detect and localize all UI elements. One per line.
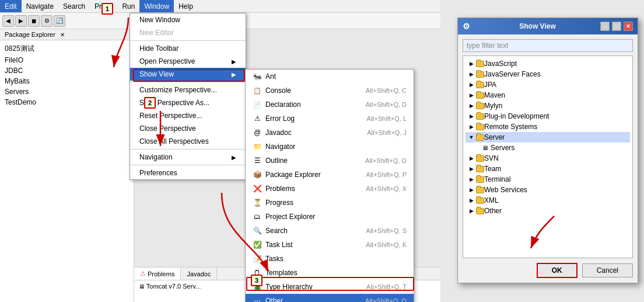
menu-run[interactable]: Run [117,0,139,12]
tree-item-maven[interactable]: ▶ Maven [466,90,630,100]
folder-icon-svn [476,155,484,162]
package-item-1[interactable]: FileIO [2,55,131,65]
submenu-navigator[interactable]: 📁 Navigator [246,140,414,154]
submenu-package-explorer[interactable]: 📦 Package Explorer Alt+Shift+Q, P [246,168,414,182]
folder-icon-jpa [476,82,484,88]
menu-search[interactable]: Search [58,0,90,12]
tree-item-terminal[interactable]: ▶ Terminal [466,174,630,185]
menu-preferences[interactable]: Preferences [130,166,246,179]
tree-item-jsf[interactable]: ▶ JavaServer Faces [466,69,630,79]
submenu-tasks[interactable]: 📝 Tasks [246,252,414,266]
menu-window[interactable]: Window [139,0,174,12]
dialog-cancel-button[interactable]: Cancel [582,263,633,277]
tree-item-webservices[interactable]: ▶ Web Services [466,185,630,195]
package-explorer-tab[interactable]: Package Explorer ✕ [0,29,134,40]
package-item-3[interactable]: MyBaits [2,76,131,86]
tree-item-remote[interactable]: ▶ Remote Systems [466,122,630,132]
toolbar-btn-1[interactable]: ◀ [2,15,14,27]
menu-navigation[interactable]: Navigation ▶ [130,151,246,164]
tree-label-javascript: JavaScript [484,60,517,68]
toolbar-btn-2[interactable]: ▶ [15,15,27,27]
tree-item-team[interactable]: ▶ Team [466,164,630,174]
submenu-ant[interactable]: 🐜 Ant [246,70,414,84]
tree-arrow-svn: ▶ [468,155,475,162]
tree-label-mylyn: Mylyn [484,102,502,110]
menu-open-perspective[interactable]: Open Perspective ▶ [130,55,246,68]
dialog-maximize-btn[interactable]: □ [612,22,621,31]
folder-icon-other [476,208,484,214]
dialog-minimize-btn[interactable]: ─ [600,22,610,31]
tree-label-team: Team [484,165,501,173]
tree-item-svn[interactable]: ▶ SVN [466,153,630,164]
package-item-5[interactable]: TestDemo [2,97,131,107]
declaration-shortcut: Alt+Shift+Q, D [366,101,407,108]
menu-close-perspective[interactable]: Close Perspective [130,122,246,135]
menu-show-view[interactable]: Show View ▶ [130,68,246,81]
toolbar-btn-3[interactable]: ◼ [28,15,40,27]
bottom-tab-javadoc[interactable]: Javadoc [181,268,217,280]
package-item-0[interactable]: 0825测试 [2,43,131,55]
tree-item-jpa[interactable]: ▶ JPA [466,79,630,90]
submenu-templates[interactable]: 🗒 Templates [246,266,414,280]
submenu-errorlog[interactable]: ⚠ Error Log Alt+Shift+Q, L [246,112,414,126]
dialog-ok-button[interactable]: OK [537,263,578,278]
search-icon: 🔍 [253,226,262,235]
package-item-2[interactable]: JDBC [2,65,131,76]
package-explorer-label: Package Explorer [5,31,55,38]
bottom-tab-problems[interactable]: ⚠ Problems [134,268,181,280]
dialog-search-input[interactable] [463,39,633,52]
close-icon[interactable]: ✕ [60,32,65,38]
bottom-tab-problems-label: Problems [148,270,174,277]
tree-arrow-terminal: ▶ [468,176,475,183]
submenu-type-hierarchy[interactable]: 🌲 Type Hierarchy Alt+Shift+Q, T [246,280,414,294]
toolbar-btn-4[interactable]: ⚙ [41,15,52,27]
tree-item-plugin[interactable]: ▶ Plug-in Development [466,111,630,122]
submenu-tasklist[interactable]: ✅ Task List Alt+Shift+Q, K [246,238,414,252]
tree-arrow-remote: ▶ [468,123,475,130]
submenu-progress[interactable]: ⏳ Progress [246,196,414,210]
badge-2: 2 [144,97,156,109]
folder-icon-server [476,134,484,141]
dialog-close-btn[interactable]: ✕ [624,22,633,31]
submenu-search[interactable]: 🔍 Search Alt+Shift+Q, S [246,224,414,238]
submenu-declaration[interactable]: 📄 Declaration Alt+Shift+Q, D [246,98,414,112]
show-view-dialog: ⚙ Show View ─ □ ✕ ▶ JavaScript ▶ JavaSer… [457,18,638,283]
toolbar-btn-5[interactable]: 🔄 [54,15,65,27]
submenu-other[interactable]: ⋯ Other... Alt+Shift+Q, Q [246,294,414,302]
menu-sep-3 [130,149,246,150]
package-item-4[interactable]: Servers [2,86,131,97]
tree-item-xml[interactable]: ▶ XML [466,195,630,206]
menu-new-window[interactable]: New Window [130,13,246,26]
tree-arrow-xml: ▶ [468,197,475,204]
dialog-tree[interactable]: ▶ JavaScript ▶ JavaServer Faces ▶ JPA ▶ … [463,55,633,258]
tree-child-servers[interactable]: 🖥 Servers [466,143,630,153]
pkgexplorer-icon: 📦 [253,170,262,179]
menu-help[interactable]: Help [174,0,198,12]
submenu-outline[interactable]: ☰ Outline Alt+Shift+Q, O [246,154,414,168]
menu-hide-toolbar[interactable]: Hide Toolbar [130,42,246,55]
tree-label-svn: SVN [484,154,499,162]
tree-item-javascript[interactable]: ▶ JavaScript [466,58,630,69]
tree-label-remote: Remote Systems [484,123,537,131]
dialog-icon: ⚙ [463,22,470,31]
menu-customize-perspective[interactable]: Customize Perspective... [130,84,246,96]
submenu-javadoc[interactable]: @ Javadoc Alt+Shift+Q, J [246,126,414,140]
tree-item-mylyn[interactable]: ▶ Mylyn [466,100,630,111]
submenu-console[interactable]: 📋 Console Alt+Shift+Q, C [246,84,414,98]
tree-label-server: Server [484,133,505,141]
tree-item-server[interactable]: ▼ Server [466,132,630,143]
tasks-icon: 📝 [253,254,262,263]
submenu-project-explorer[interactable]: 🗂 Project Explorer [246,210,414,224]
javadoc-icon: @ [253,128,262,137]
tree-label-plugin: Plug-in Development [484,112,549,120]
submenu-problems[interactable]: ❌ Problems Alt+Shift+Q, X [246,182,414,196]
menu-reset-perspective[interactable]: Reset Perspective... [130,109,246,122]
bottom-tab-javadoc-label: Javadoc [187,270,211,277]
other-icon: ⋯ [253,296,262,302]
dialog-controls: ─ □ ✕ [600,22,633,31]
folder-icon-webservices [476,187,484,193]
menu-edit[interactable]: Edit [0,0,22,12]
menu-navigate[interactable]: Navigate [22,0,58,12]
tree-item-other[interactable]: ▶ Other [466,206,630,216]
menu-close-all-perspectives[interactable]: Close All Perspectives [130,135,246,148]
